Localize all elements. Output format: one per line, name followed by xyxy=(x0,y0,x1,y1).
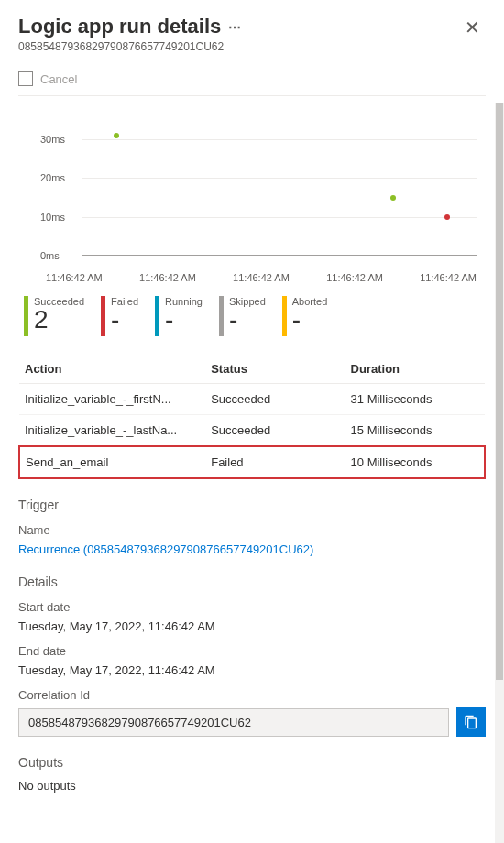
run-id: 08585487936829790876657749201CU62 xyxy=(18,40,241,53)
col-duration[interactable]: Duration xyxy=(345,355,485,384)
y-tick: 0ms xyxy=(40,250,60,261)
status-tile[interactable]: Aborted- xyxy=(282,296,328,336)
status-color-bar xyxy=(101,296,105,336)
x-tick: 11:46:42 AM xyxy=(46,272,103,283)
end-date-value: Tuesday, May 17, 2022, 11:46:42 AM xyxy=(18,663,486,677)
cell-duration: 31 Milliseconds xyxy=(345,384,485,415)
end-date-label: End date xyxy=(18,644,486,658)
cell-action: Send_an_email xyxy=(19,446,205,478)
cell-action: Initialize_variable_-_firstN... xyxy=(19,384,205,415)
cell-status: Succeeded xyxy=(205,415,345,447)
close-icon[interactable]: ✕ xyxy=(459,15,486,40)
outputs-section: Outputs xyxy=(18,755,486,770)
table-row[interactable]: Initialize_variable_-_firstN...Succeeded… xyxy=(19,384,485,415)
chart-point xyxy=(444,214,450,220)
col-status[interactable]: Status xyxy=(205,355,345,384)
trigger-name-label: Name xyxy=(18,523,486,537)
scrollbar[interactable] xyxy=(495,103,504,843)
status-tile[interactable]: Failed- xyxy=(101,296,138,336)
cell-action: Initialize_variable_-_lastNa... xyxy=(19,415,205,447)
details-section: Details xyxy=(18,575,486,589)
checkbox-icon xyxy=(18,71,33,86)
col-action[interactable]: Action xyxy=(19,355,205,384)
chart-x-axis: 11:46:42 AM11:46:42 AM11:46:42 AM11:46:4… xyxy=(18,268,486,283)
cell-duration: 10 Milliseconds xyxy=(345,446,485,478)
start-date-label: Start date xyxy=(18,600,486,614)
table-row[interactable]: Initialize_variable_-_lastNa...Succeeded… xyxy=(19,415,485,447)
cell-duration: 15 Milliseconds xyxy=(345,415,485,447)
outputs-value: No outputs xyxy=(18,779,486,793)
y-tick: 30ms xyxy=(40,134,65,145)
status-tiles: Succeeded2Failed-Running-Skipped-Aborted… xyxy=(18,296,486,336)
status-color-bar xyxy=(24,296,28,336)
x-tick: 11:46:42 AM xyxy=(139,272,196,283)
status-tile[interactable]: Succeeded2 xyxy=(24,296,84,336)
status-color-bar xyxy=(155,296,159,336)
y-tick: 20ms xyxy=(40,172,65,183)
x-tick: 11:46:42 AM xyxy=(326,272,383,283)
cancel-button[interactable]: Cancel xyxy=(18,66,486,96)
tile-value: 2 xyxy=(34,307,84,333)
more-icon[interactable]: ⋯ xyxy=(228,20,241,35)
trigger-link[interactable]: Recurrence (0858548793682979087665774920… xyxy=(18,542,486,556)
cell-status: Succeeded xyxy=(205,384,345,415)
tile-value: - xyxy=(292,307,328,333)
status-tile[interactable]: Skipped- xyxy=(219,296,266,336)
y-tick: 10ms xyxy=(40,212,65,223)
status-color-bar xyxy=(282,296,287,336)
copy-button[interactable] xyxy=(456,707,486,737)
tile-value: - xyxy=(229,307,266,333)
x-tick: 11:46:42 AM xyxy=(420,272,477,283)
page-title: Logic app run details⋯ xyxy=(18,15,241,38)
correlation-id-field[interactable] xyxy=(18,708,449,737)
chart-point xyxy=(114,133,119,138)
run-details-panel: Logic app run details⋯ 08585487936829790… xyxy=(0,0,504,843)
tile-value: - xyxy=(165,307,203,333)
actions-table: Action Status Duration Initialize_variab… xyxy=(18,355,486,479)
cell-status: Failed xyxy=(205,446,345,478)
table-row[interactable]: Send_an_emailFailed10 Milliseconds xyxy=(19,446,485,478)
correlation-id-label: Correlation Id xyxy=(18,688,486,702)
copy-icon xyxy=(464,715,478,729)
duration-chart: 30ms20ms10ms0ms xyxy=(18,113,486,268)
scrollbar-thumb[interactable] xyxy=(496,103,503,680)
start-date-value: Tuesday, May 17, 2022, 11:46:42 AM xyxy=(18,619,486,633)
x-tick: 11:46:42 AM xyxy=(233,272,290,283)
status-color-bar xyxy=(219,296,224,336)
chart-point xyxy=(390,195,396,201)
tile-value: - xyxy=(111,307,138,333)
trigger-section: Trigger xyxy=(18,498,486,512)
status-tile[interactable]: Running- xyxy=(155,296,203,336)
